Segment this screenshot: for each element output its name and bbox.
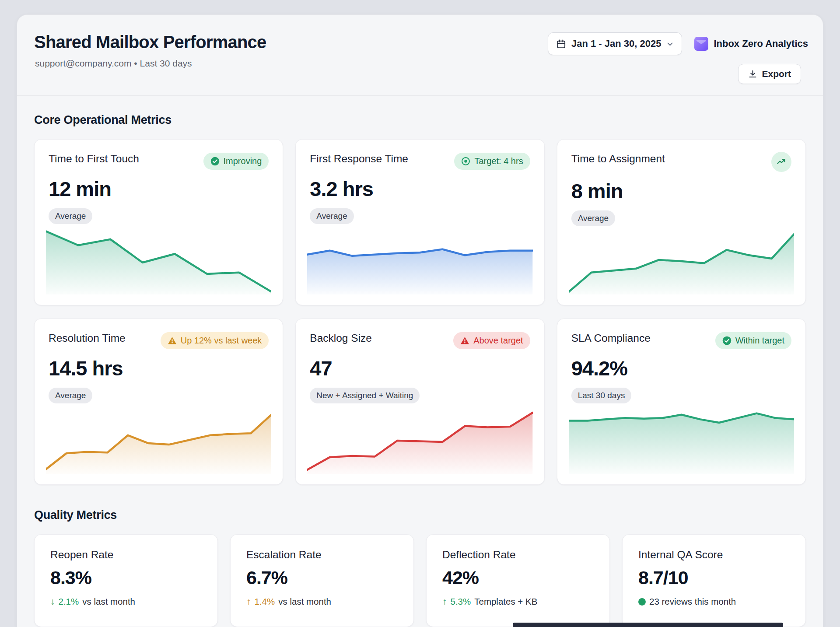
warning-icon [460,336,469,345]
quality-metrics-grid: Reopen Rate8.3%↓2.1%vs last monthEscalat… [34,534,806,627]
warning-icon [168,336,177,345]
metric-card-title: Resolution Time [49,332,126,344]
arrow-down-icon: ↓ [50,596,55,607]
metric-card-title: First Response Time [310,153,408,165]
metric-value: 3.2 hrs [310,177,530,201]
quality-change-text: vs last month [82,596,135,607]
metric-value: 8 min [571,179,791,203]
status-badge: Above target [453,332,530,349]
metric-subtitle-pill: Average [310,208,354,224]
metric-card: Resolution TimeUp 12% vs last week14.5 h… [34,319,283,485]
status-badge-label: Target: 4 hrs [474,156,523,166]
metric-card-title: Backlog Size [310,332,372,344]
metric-card-top: Resolution TimeUp 12% vs last week [49,332,269,349]
header-left: Shared Mailbox Performance support@compa… [34,32,266,69]
quality-card: Deflection Rate42%↑5.3%Templates + KB [426,534,610,627]
status-badge-label: Improving [224,156,262,166]
status-badge: Within target [715,332,791,349]
metric-sparkline-chart [569,407,794,474]
trend-badge [771,152,791,172]
quality-change-highlight: 1.4% [255,596,275,607]
metric-card-top: Time to Assignment [571,153,791,172]
quality-card-title: Reopen Rate [50,549,202,561]
check-circle-icon [722,336,732,345]
metric-card-title: SLA Compliance [571,332,651,344]
bottom-edge-artifact [513,623,783,627]
metric-sparkline-chart [307,228,532,294]
inbox-zero-logo-icon [694,37,708,51]
target-icon [461,157,470,166]
metric-value: 14.5 hrs [49,356,269,380]
dashboard-header: Shared Mailbox Performance support@compa… [17,15,823,96]
status-badge: Improving [203,153,269,170]
quality-change-text: Templates + KB [474,596,537,607]
quality-change-line: 23 reviews this month [638,596,790,607]
quality-card: Escalation Rate6.7%↑1.4%vs last month [230,534,414,627]
trending-up-icon [776,157,787,167]
metric-sparkline-chart [307,407,532,474]
metric-card-top: Backlog SizeAbove target [310,332,530,349]
export-button[interactable]: Export [738,64,801,84]
quality-change-line: ↓2.1%vs last month [50,596,202,607]
section-heading-quality: Quality Metrics [34,508,806,522]
status-badge-label: Within target [735,336,784,346]
header-bottom-row: Export [738,64,808,84]
check-circle-icon [210,157,220,166]
quality-card-title: Internal QA Score [638,549,790,561]
download-icon [748,70,757,79]
arrow-up-icon: ↑ [442,596,447,607]
metric-card: Backlog SizeAbove target47New + Assigned… [295,319,544,485]
metric-card: Time to Assignment8 minAverage [557,139,806,305]
quality-change-highlight: 5.3% [451,596,471,607]
metric-card: First Response TimeTarget: 4 hrs3.2 hrsA… [295,139,544,305]
dashboard-panel: Shared Mailbox Performance support@compa… [17,14,823,627]
metric-card-top: SLA ComplianceWithin target [571,332,791,349]
status-badge-label: Above target [473,336,523,346]
page-subtitle: support@company.com • Last 30 days [35,58,266,69]
metric-card-title: Time to First Touch [49,153,139,165]
metric-card-top: Time to First TouchImproving [49,153,269,170]
quality-change-line: ↑1.4%vs last month [246,596,398,607]
metric-sparkline-chart [569,228,794,294]
metric-sparkline-chart [46,228,271,294]
quality-value: 42% [442,567,594,588]
metric-value: 12 min [49,177,269,201]
section-heading-core: Core Operational Metrics [34,113,806,127]
dashboard-content: Core Operational Metrics Time to First T… [17,113,823,627]
date-range-picker[interactable]: Jan 1 - Jan 30, 2025 [548,32,682,55]
quality-card-title: Escalation Rate [246,549,398,561]
quality-card-title: Deflection Rate [442,549,594,561]
quality-value: 6.7% [246,567,398,588]
status-badge: Up 12% vs last week [161,332,269,349]
brand: Inbox Zero Analytics [694,37,808,51]
header-right: Jan 1 - Jan 30, 2025 Inbox Zero Analytic… [548,32,808,84]
metric-value: 94.2% [571,356,791,380]
quality-value: 8.3% [50,567,202,588]
metric-value: 47 [310,356,530,380]
metric-subtitle-pill: New + Assigned + Waiting [310,388,420,403]
chevron-down-icon [666,40,674,48]
status-badge-label: Up 12% vs last week [181,336,262,346]
calendar-icon [556,39,566,49]
quality-value: 8.7/10 [638,567,790,588]
export-label: Export [762,69,791,79]
quality-card: Internal QA Score8.7/1023 reviews this m… [622,534,806,627]
header-top-row: Jan 1 - Jan 30, 2025 Inbox Zero Analytic… [548,32,808,55]
metric-card-top: First Response TimeTarget: 4 hrs [310,153,530,170]
metric-subtitle-pill: Average [571,210,615,226]
page-title: Shared Mailbox Performance [34,32,266,52]
quality-card: Reopen Rate8.3%↓2.1%vs last month [34,534,218,627]
core-metrics-grid: Time to First TouchImproving12 minAverag… [34,139,806,485]
brand-name: Inbox Zero Analytics [714,38,808,49]
metric-subtitle-pill: Last 30 days [571,388,632,403]
date-range-label: Jan 1 - Jan 30, 2025 [571,38,661,49]
quality-change-text: vs last month [278,596,331,607]
metric-card-title: Time to Assignment [571,153,665,165]
metric-card: SLA ComplianceWithin target94.2%Last 30 … [557,319,806,485]
dot-icon [638,598,646,606]
quality-change-line: ↑5.3%Templates + KB [442,596,594,607]
metric-subtitle-pill: Average [49,208,92,224]
quality-change-text: 23 reviews this month [649,596,736,607]
status-badge: Target: 4 hrs [454,153,530,170]
metric-sparkline-chart [46,407,271,474]
